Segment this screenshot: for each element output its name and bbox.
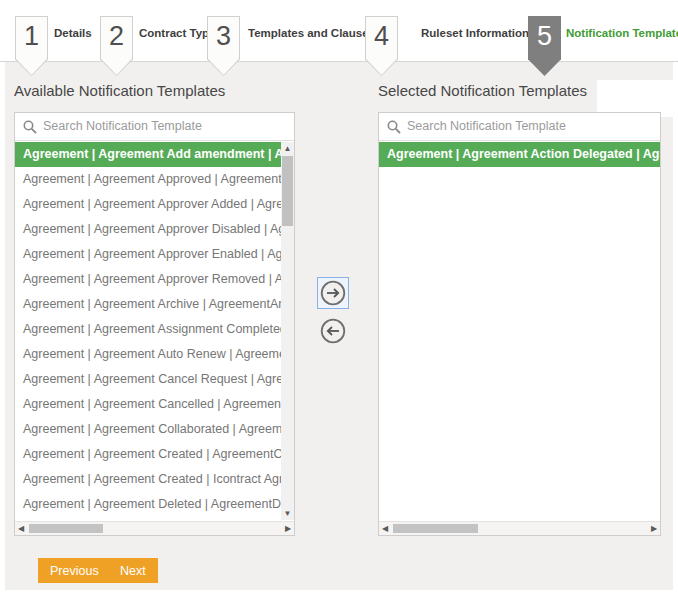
available-templates-title: Available Notification Templates — [14, 82, 225, 99]
wizard-steps-bar: 1Details2Contract Type3Templates and Cla… — [0, 0, 678, 62]
list-item[interactable]: Agreement | Agreement Approver Disabled … — [15, 217, 281, 242]
available-search-row — [15, 113, 294, 141]
scroll-left-icon[interactable]: ◀ — [15, 522, 27, 535]
selected-search-input[interactable] — [407, 113, 656, 139]
list-item[interactable]: Agreement | Agreement Created | Icontrac… — [15, 467, 281, 492]
previous-button[interactable]: Previous — [38, 558, 111, 583]
list-item[interactable]: Agreement | Agreement Deleted | Agreemen… — [15, 492, 281, 517]
search-icon — [387, 120, 401, 134]
scroll-right-icon[interactable]: ▶ — [648, 522, 660, 535]
available-templates-list: Agreement | Agreement Add amendment | Ag… — [15, 142, 281, 520]
selected-templates-listbox: Agreement | Agreement Action Delegated |… — [378, 112, 661, 536]
list-item[interactable]: Agreement | Agreement Approver Added | A… — [15, 192, 281, 217]
scroll-down-icon[interactable]: ▼ — [281, 507, 294, 520]
step-label: Details — [54, 27, 92, 39]
scroll-left-icon[interactable]: ◀ — [379, 522, 391, 535]
list-item[interactable]: Agreement | Agreement Approved | Agreeme… — [15, 167, 281, 192]
step-number: 1 — [15, 21, 48, 52]
list-item[interactable]: Agreement | Agreement Add amendment | Ag… — [15, 142, 281, 167]
step-label: Notification Templates — [566, 27, 678, 39]
step-number: 4 — [365, 21, 398, 52]
list-item[interactable]: Agreement | Agreement Assignment Complet… — [15, 317, 281, 342]
selected-search-row — [379, 113, 660, 141]
available-templates-listbox: Agreement | Agreement Add amendment | Ag… — [14, 112, 295, 536]
selected-templates-title: Selected Notification Templates — [378, 82, 587, 99]
list-item[interactable]: Agreement | Agreement Approver Enabled |… — [15, 242, 281, 267]
horizontal-scrollbar[interactable]: ◀ ▶ — [379, 521, 660, 535]
right-arrow-icon — [320, 280, 346, 306]
horizontal-scroll-thumb[interactable] — [393, 524, 478, 533]
list-item[interactable]: Agreement | Agreement Collaborated | Agr… — [15, 417, 281, 442]
step-label: Ruleset Information — [421, 27, 529, 39]
horizontal-scrollbar[interactable]: ◀ ▶ — [15, 521, 294, 535]
step-label: Contract Type — [139, 27, 215, 39]
content-panel: Available Notification Templates Selecte… — [5, 62, 673, 590]
vertical-scrollbar[interactable]: ▲ ▼ — [281, 142, 294, 520]
next-button[interactable]: Next — [108, 558, 158, 583]
move-left-button[interactable] — [320, 318, 346, 344]
search-icon — [23, 120, 37, 134]
left-arrow-icon — [320, 318, 346, 344]
list-item[interactable]: Agreement | Agreement Approver Removed |… — [15, 267, 281, 292]
list-item[interactable]: Agreement | Agreement Archive | Agreemen… — [15, 292, 281, 317]
step-number: 3 — [207, 21, 240, 52]
scroll-up-icon[interactable]: ▲ — [281, 142, 294, 155]
list-item[interactable]: Agreement | Agreement Created | Agreemen… — [15, 442, 281, 467]
step-label: Templates and Clauses — [248, 27, 375, 39]
move-right-button[interactable] — [317, 277, 349, 309]
selected-templates-list: Agreement | Agreement Action Delegated |… — [379, 142, 660, 520]
list-item[interactable]: Agreement | Agreement Auto Renew | Agree… — [15, 342, 281, 367]
scroll-right-icon[interactable]: ▶ — [282, 522, 294, 535]
available-search-input[interactable] — [43, 113, 290, 139]
list-item[interactable]: Agreement | Agreement Cancelled | Agreem… — [15, 392, 281, 417]
horizontal-scroll-thumb[interactable] — [29, 524, 103, 533]
step-number: 2 — [100, 21, 133, 52]
list-item[interactable]: Agreement | Agreement Cancel Request | A… — [15, 367, 281, 392]
list-item[interactable]: Agreement | Agreement Action Delegated |… — [379, 142, 660, 167]
step-number: 5 — [528, 21, 561, 52]
vertical-scroll-thumb[interactable] — [282, 156, 293, 226]
